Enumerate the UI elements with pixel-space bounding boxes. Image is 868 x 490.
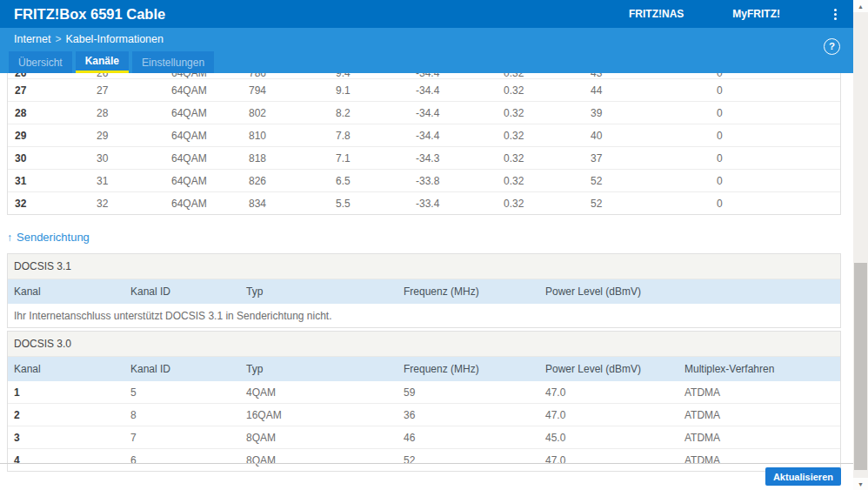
breadcrumb-section[interactable]: Internet: [14, 33, 50, 45]
cell-power: 47.0: [545, 409, 684, 421]
cell-frequenz: 786: [249, 73, 336, 79]
app-header: FRITZ!Box 6591 Cable FRITZ!NAS MyFRITZ!: [0, 0, 853, 28]
fritzbox-ui-page: FRITZ!Box 6591 Cable FRITZ!NAS MyFRITZ! …: [0, 0, 853, 490]
cell-nicht-korrigierbar: 0: [717, 130, 840, 142]
cell-kanal: 32: [15, 198, 97, 210]
cell-multiplex: ATDMA: [684, 409, 840, 421]
app-title: FRITZ!Box 6591 Cable: [0, 6, 165, 23]
help-icon[interactable]: ?: [824, 38, 840, 55]
cell-korrigierbar: 52: [591, 198, 717, 210]
tab-uebersicht[interactable]: Übersicht: [9, 51, 72, 73]
cell-mse: -34.4: [416, 73, 504, 79]
cell-typ: 8QAM: [246, 432, 404, 444]
downstream-row: 26 26 64QAM 786 9.4 -34.4 0.32 43 0: [8, 73, 840, 79]
cell-power: 7.1: [336, 152, 416, 164]
breadcrumb-page: Kabel-Informationen: [65, 33, 164, 45]
cell-typ: 64QAM: [171, 84, 249, 97]
cell-typ: 64QAM: [171, 73, 249, 79]
scrollbar-down-arrow-icon[interactable]: ▼: [853, 478, 868, 490]
docsis30-row: 4 6 8QAM 52 47.0 ATDMA: [8, 449, 840, 471]
cell-nicht-korrigierbar: 0: [717, 107, 840, 119]
cell-mse: -34.3: [416, 152, 504, 164]
cell-kanal: 30: [15, 152, 97, 164]
myfritz-link[interactable]: MyFRITZ!: [732, 8, 780, 20]
cell-kanal: 3: [14, 432, 130, 444]
tab-kanaele[interactable]: Kanäle: [76, 51, 129, 73]
column-header-power: Power Level (dBmV): [545, 285, 840, 298]
cell-mse: -34.4: [416, 107, 504, 119]
cell-frequenz: 794: [249, 84, 336, 97]
docsis31-title: DOCSIS 3.1: [8, 254, 840, 279]
cell-typ: 4QAM: [246, 386, 404, 399]
column-header-typ: Typ: [246, 363, 404, 375]
fritznas-link[interactable]: FRITZ!NAS: [629, 8, 684, 20]
cell-nicht-korrigierbar: 0: [717, 73, 840, 79]
cell-latenz: 0.32: [504, 152, 591, 164]
cell-typ: 64QAM: [171, 175, 249, 187]
downstream-row: 32 32 64QAM 834 5.5 -33.4 0.32 52 0: [8, 192, 840, 214]
docsis30-row: 3 7 8QAM 46 45.0 ATDMA: [8, 426, 840, 449]
docsis31-header-row: Kanal Kanal ID Typ Frequenz (MHz) Power …: [8, 279, 840, 304]
column-header-frequenz: Frequenz (MHz): [404, 363, 545, 375]
up-arrow-icon: ↑: [7, 232, 12, 244]
cell-kanal: 29: [15, 130, 97, 142]
cell-typ: 64QAM: [171, 107, 249, 119]
scrollbar-up-arrow-icon[interactable]: ▲: [853, 0, 868, 12]
docsis31-unsupported-message: Ihr Internetanschluss unterstützt DOCSIS…: [8, 304, 840, 327]
cell-korrigierbar: 40: [591, 130, 717, 142]
cell-korrigierbar: 52: [591, 175, 717, 187]
breadcrumb-separator-icon: >: [55, 33, 61, 45]
cell-latenz: 0.32: [504, 73, 591, 79]
cell-kanal-id: 28: [97, 107, 171, 119]
cell-korrigierbar: 44: [591, 84, 717, 97]
menu-kebab-icon[interactable]: [829, 6, 841, 22]
upstream-section-heading: ↑ Senderichtung: [7, 231, 853, 244]
cell-frequenz: 59: [404, 386, 545, 399]
cell-kanal-id: 30: [97, 152, 171, 164]
scrollbar-thumb[interactable]: [854, 263, 867, 470]
cell-frequenz: 36: [404, 409, 545, 421]
downstream-row: 30 30 64QAM 818 7.1 -34.3 0.32 37 0: [8, 147, 840, 170]
tab-bar: Übersicht Kanäle Einstellungen: [0, 50, 853, 73]
cell-korrigierbar: 37: [591, 152, 717, 164]
cell-power: 47.0: [545, 454, 684, 467]
breadcrumb-bar: Internet > Kabel-Informationen ?: [0, 28, 853, 50]
cell-latenz: 0.32: [504, 107, 591, 119]
cell-latenz: 0.32: [504, 198, 591, 210]
downstream-row: 31 31 64QAM 826 6.5 -33.8 0.32 52 0: [8, 170, 840, 192]
column-header-kanal-id: Kanal ID: [130, 285, 246, 298]
cell-typ: 64QAM: [171, 130, 249, 142]
cell-typ: 8QAM: [246, 454, 404, 467]
breadcrumb: Internet > Kabel-Informationen: [0, 33, 164, 45]
cell-power: 9.1: [336, 84, 416, 97]
cell-latenz: 0.32: [504, 175, 591, 187]
cell-frequenz: 52: [404, 454, 545, 467]
clipped-table-row: 26 26 64QAM 786 9.4 -34.4 0.32 43 0: [8, 73, 840, 79]
docsis30-title: DOCSIS 3.0: [8, 332, 840, 357]
column-header-kanal: Kanal: [14, 363, 130, 375]
cell-kanal-id: 27: [97, 84, 171, 97]
cell-multiplex: ATDMA: [684, 454, 840, 467]
cell-kanal-id: 5: [130, 386, 246, 399]
cell-frequenz: 810: [249, 130, 336, 142]
cell-power: 8.2: [336, 107, 416, 119]
column-header-typ: Typ: [246, 285, 404, 298]
cell-multiplex: ATDMA: [684, 432, 840, 444]
column-header-power: Power Level (dBmV): [545, 363, 684, 375]
docsis30-table: DOCSIS 3.0 Kanal Kanal ID Typ Frequenz (…: [7, 331, 841, 472]
cell-nicht-korrigierbar: 0: [717, 84, 840, 97]
downstream-row: 29 29 64QAM 810 7.8 -34.4 0.32 40 0: [8, 124, 840, 147]
refresh-button[interactable]: Aktualisieren: [765, 467, 841, 486]
cell-kanal: 26: [15, 73, 97, 79]
docsis30-row: 2 8 16QAM 36 47.0 ATDMA: [8, 404, 840, 426]
cell-typ: 64QAM: [171, 198, 249, 210]
docsis31-table: DOCSIS 3.1 Kanal Kanal ID Typ Frequenz (…: [7, 253, 841, 328]
vertical-scrollbar[interactable]: ▲ ▼: [853, 0, 868, 490]
cell-mse: -34.4: [416, 130, 504, 142]
cell-power: 7.8: [336, 130, 416, 142]
cell-power: 47.0: [545, 386, 684, 399]
downstream-row: 28 28 64QAM 802 8.2 -34.4 0.32 39 0: [8, 102, 840, 124]
cell-mse: -33.4: [416, 198, 504, 210]
tab-einstellungen[interactable]: Einstellungen: [132, 51, 214, 73]
cell-nicht-korrigierbar: 0: [717, 152, 840, 164]
